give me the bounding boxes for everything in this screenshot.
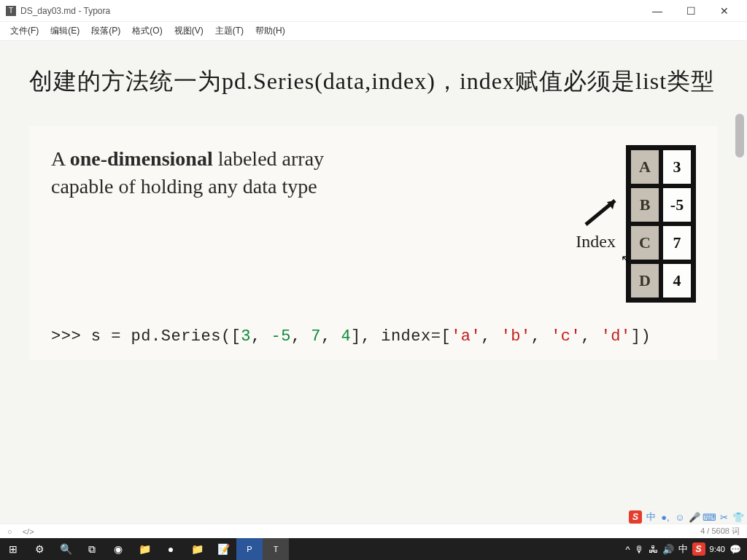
ime-clip-icon[interactable]: ✂ (718, 511, 729, 523)
minimize-button[interactable]: — (640, 0, 674, 22)
tray-up-icon[interactable]: ^ (625, 544, 630, 555)
tray-ime-icon[interactable]: 中 (678, 542, 688, 556)
tray-volume-icon[interactable]: 🔊 (662, 544, 674, 555)
taskbar-chrome-icon[interactable]: ◉ (105, 538, 131, 560)
app-icon: T (6, 6, 16, 16)
taskbar-explorer-icon[interactable]: 📁 (131, 538, 158, 560)
tray-clock[interactable]: 9:40 (710, 545, 725, 553)
series-diagram: A one-dimensional labeled array capable … (29, 126, 718, 360)
tray-sogou-icon[interactable]: S (692, 542, 705, 556)
menu-format[interactable]: 格式(O) (126, 23, 168, 39)
diagram-description: A one-dimensional labeled array capable … (51, 145, 324, 201)
taskbar-taskview-icon[interactable]: ⧉ (79, 538, 105, 560)
maximize-button[interactable]: ☐ (674, 0, 708, 22)
document-heading[interactable]: 创建的方法统一为pd.Series(data,index)，index赋值必须是… (29, 63, 718, 100)
index-cell: B (629, 186, 661, 224)
series-table-block: Index ↖ A3 B-5 C7 D4 (626, 145, 696, 303)
index-cell: D (629, 262, 661, 300)
ime-skin-icon[interactable]: 👕 (732, 511, 744, 523)
scrollbar-thumb[interactable] (735, 114, 744, 158)
arrow-icon (582, 192, 626, 231)
window-title: DS_day03.md - Typora (20, 6, 640, 16)
menu-view[interactable]: 视图(V) (169, 23, 209, 39)
title-bar: T DS_day03.md - Typora — ☐ ✕ (0, 0, 747, 22)
taskbar-app-icon[interactable]: P (236, 538, 263, 560)
code-example: >>> s = pd.Series([3, -5, 7, 4], index=[… (51, 327, 696, 346)
ime-punct-icon[interactable]: ●, (659, 511, 671, 523)
tray-notification-icon[interactable]: 💬 (729, 544, 741, 555)
menu-theme[interactable]: 主题(T) (209, 23, 249, 39)
taskbar-typora-icon[interactable]: T (263, 538, 289, 560)
value-cell: 7 (661, 224, 693, 262)
index-label: Index (576, 232, 616, 252)
ime-voice-icon[interactable]: 🎤 (689, 511, 700, 523)
close-button[interactable]: ✕ (708, 0, 741, 22)
taskbar-search-icon[interactable]: 🔍 (53, 538, 79, 560)
menu-bar: 文件(F) 编辑(E) 段落(P) 格式(O) 视图(V) 主题(T) 帮助(H… (0, 22, 747, 41)
tray-mic-icon[interactable]: 🎙 (635, 544, 644, 555)
ime-tray: S 中 ●, ☺ 🎤 ⌨ ✂ 👕 (629, 510, 744, 524)
outline-toggle-icon[interactable]: ○ (7, 527, 12, 536)
value-cell: 4 (661, 262, 693, 300)
windows-taskbar: ⊞ ⚙ 🔍 ⧉ ◉ 📁 ● 📁 📝 P T ^ 🎙 🖧 🔊 中 S 9:40 💬 (0, 538, 747, 560)
index-cell: C (629, 224, 661, 262)
word-count[interactable]: 4 / 5608 词 (700, 526, 740, 537)
value-cell: -5 (661, 186, 693, 224)
status-bar: ○ </> 4 / 5608 词 (0, 524, 747, 538)
sogou-icon[interactable]: S (629, 510, 642, 524)
source-code-toggle-icon[interactable]: </> (23, 527, 34, 536)
taskbar-notepad-icon[interactable]: 📝 (210, 538, 236, 560)
index-cell: A (629, 148, 661, 186)
start-button[interactable]: ⊞ (0, 538, 26, 560)
ime-emoji-icon[interactable]: ☺ (674, 511, 686, 523)
menu-help[interactable]: 帮助(H) (249, 23, 291, 39)
tray-network-icon[interactable]: 🖧 (649, 544, 658, 555)
taskbar-app-icon[interactable]: ● (158, 538, 184, 560)
mouse-cursor-icon: ↖ (621, 252, 630, 266)
ime-lang-icon[interactable]: 中 (645, 511, 657, 523)
menu-file[interactable]: 文件(F) (4, 23, 44, 39)
menu-edit[interactable]: 编辑(E) (44, 23, 85, 39)
series-table: A3 B-5 C7 D4 (626, 145, 696, 303)
ime-keyboard-icon[interactable]: ⌨ (703, 511, 715, 523)
editor-area[interactable]: 创建的方法统一为pd.Series(data,index)，index赋值必须是… (0, 41, 747, 524)
menu-paragraph[interactable]: 段落(P) (85, 23, 126, 39)
taskbar-folder-icon[interactable]: 📁 (184, 538, 210, 560)
taskbar-app-icon[interactable]: ⚙ (26, 538, 53, 560)
value-cell: 3 (661, 148, 693, 186)
system-tray: ^ 🎙 🖧 🔊 中 S 9:40 💬 (619, 542, 747, 556)
